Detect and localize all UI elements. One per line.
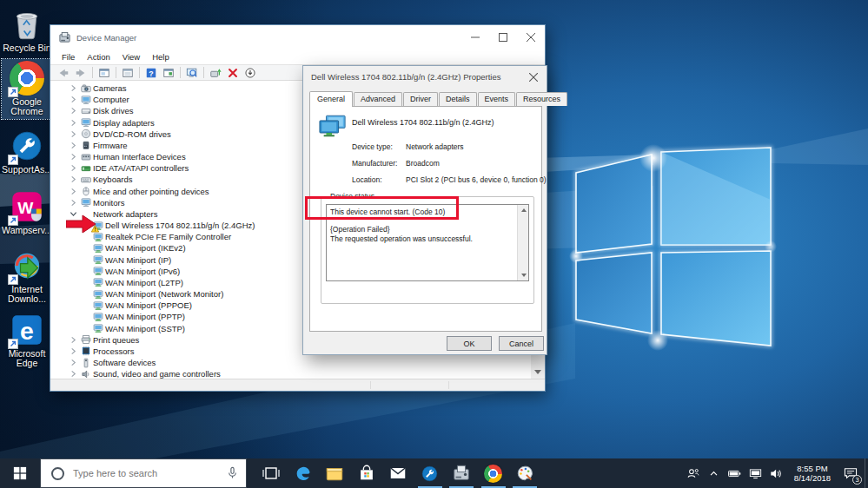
dvd-icon xyxy=(81,129,91,139)
desktop-icon-label: Internet Downlo... xyxy=(2,285,52,304)
tree-item-label: WAN Miniport (L2TP) xyxy=(50,278,183,287)
scan-hardware-changes-button[interactable] xyxy=(184,66,200,80)
chevron-right-icon[interactable] xyxy=(70,175,77,183)
tree-item-label: Keyboards xyxy=(50,175,132,184)
show-desktop-button[interactable] xyxy=(865,458,868,488)
status-bar xyxy=(50,379,545,391)
minimize-button[interactable] xyxy=(461,25,489,49)
idm-icon xyxy=(10,248,44,283)
dialog-close-icon[interactable] xyxy=(522,68,545,86)
window-title: Device Manager xyxy=(76,33,136,43)
scroll-down-arrow[interactable] xyxy=(531,365,545,379)
tree-item[interactable]: Sound, video and game controllers xyxy=(50,368,531,379)
monitor-icon xyxy=(81,197,91,208)
tab-advanced[interactable]: Advanced xyxy=(354,92,402,106)
tab-general[interactable]: General xyxy=(309,91,353,107)
console-tree-button[interactable] xyxy=(96,66,112,80)
desktop-icon-recycle-bin[interactable]: Recycle Bin xyxy=(2,5,52,56)
tab-resources[interactable]: Resources xyxy=(516,92,567,106)
netadapter-icon xyxy=(93,312,103,322)
desktop-icon-supportassist[interactable]: SupportAs... xyxy=(2,127,52,177)
netadapter-icon xyxy=(93,277,103,287)
tree-item-label: WAN Miniport (PPTP) xyxy=(50,312,185,321)
chevron-right-icon[interactable] xyxy=(70,359,77,366)
taskbar-app-chrome[interactable] xyxy=(478,458,510,488)
maximize-button[interactable] xyxy=(489,25,517,49)
taskbar-app-store[interactable] xyxy=(351,458,383,488)
taskbar-app-supportassist[interactable] xyxy=(414,458,447,488)
microphone-icon[interactable] xyxy=(226,466,239,480)
chevron-right-icon[interactable] xyxy=(70,96,77,103)
cancel-button[interactable]: Cancel xyxy=(499,336,544,351)
taskbar-clock[interactable]: 8:55 PM 8/14/2018 xyxy=(790,464,835,484)
tab-driver[interactable]: Driver xyxy=(403,92,438,106)
export-list-button[interactable] xyxy=(120,66,136,80)
status-scrollbar[interactable] xyxy=(517,205,528,280)
system-tray: 8:55 PM 8/14/2018 3 xyxy=(682,458,868,488)
display-icon xyxy=(81,117,91,128)
tray-volume-icon[interactable] xyxy=(767,458,785,488)
device-manager-titlebar[interactable]: Device Manager xyxy=(50,25,545,49)
chevron-right-icon[interactable] xyxy=(70,164,77,172)
tab-events[interactable]: Events xyxy=(478,92,516,106)
chevron-right-icon[interactable] xyxy=(70,107,77,115)
taskbar-app-file-explorer[interactable] xyxy=(319,458,351,488)
chevron-right-icon[interactable] xyxy=(70,119,77,127)
mouse-icon xyxy=(81,186,91,196)
disable-device-button[interactable] xyxy=(242,66,258,80)
menu-file[interactable]: File xyxy=(56,51,81,63)
chevron-right-icon[interactable] xyxy=(70,142,77,149)
ok-button[interactable]: OK xyxy=(447,336,492,351)
desktop-icon-label: Recycle Bin xyxy=(2,43,52,53)
tree-item-label: Software devices xyxy=(50,358,156,367)
shortcut-arrow-icon xyxy=(8,215,18,226)
taskbar-app-edge[interactable] xyxy=(288,458,320,488)
taskbar-app-paint-3d[interactable] xyxy=(509,458,541,488)
tray-chevron-up-icon[interactable] xyxy=(705,458,723,488)
taskbar-app-mail[interactable] xyxy=(382,458,414,488)
help-button[interactable]: ? xyxy=(143,66,159,80)
tab-details[interactable]: Details xyxy=(439,92,477,106)
dialog-titlebar[interactable]: Dell Wireless 1704 802.11b/g/n (2.4GHz) … xyxy=(303,66,547,88)
chevron-right-icon[interactable] xyxy=(70,199,77,207)
forward-button[interactable] xyxy=(73,66,89,80)
network-adapter-icon xyxy=(319,115,347,138)
taskbar-search[interactable] xyxy=(40,458,247,488)
chevron-right-icon[interactable] xyxy=(70,336,77,344)
tray-battery-icon[interactable] xyxy=(726,458,744,488)
scroll-down-arrow[interactable] xyxy=(518,270,529,280)
close-button[interactable] xyxy=(517,25,545,49)
printer-icon xyxy=(81,334,91,345)
desktop-icon-wampserver[interactable]: WWampserv... xyxy=(2,188,52,238)
action-center-icon[interactable]: 3 xyxy=(838,458,863,488)
chevron-right-icon[interactable] xyxy=(70,188,77,195)
search-input[interactable] xyxy=(73,468,212,478)
update-driver-button[interactable] xyxy=(208,66,223,80)
uninstall-device-button[interactable] xyxy=(225,66,241,80)
chevron-right-icon[interactable] xyxy=(70,370,77,378)
tree-item-label: WAN Miniport (IPv6) xyxy=(50,267,180,276)
tray-people-icon[interactable] xyxy=(684,458,702,488)
menu-view[interactable]: View xyxy=(116,51,146,63)
taskbar-app-device-manager[interactable] xyxy=(446,458,478,488)
property-field: Manufacturer:Broadcom xyxy=(352,159,538,169)
menu-help[interactable]: Help xyxy=(146,51,176,63)
chevron-right-icon[interactable] xyxy=(70,153,77,161)
desktop-icon-chrome[interactable]: Google Chrome xyxy=(2,59,52,119)
taskbar-app-task-view[interactable] xyxy=(255,458,288,488)
properties-button[interactable] xyxy=(161,66,176,80)
tree-item[interactable]: Software devices xyxy=(50,357,531,368)
chevron-right-icon[interactable] xyxy=(70,84,77,92)
chevron-right-icon[interactable] xyxy=(70,347,77,355)
tray-network-icon[interactable] xyxy=(746,458,765,488)
back-button[interactable] xyxy=(56,66,71,80)
desktop-icon-idm[interactable]: Internet Downlo... xyxy=(2,247,52,307)
desktop-screen: Recycle BinGoogle ChromeSupportAs...WWam… xyxy=(0,0,868,488)
menu-action[interactable]: Action xyxy=(81,51,116,63)
start-button[interactable] xyxy=(0,458,40,488)
device-status-line: {Operation Failed} xyxy=(330,225,514,234)
scroll-up-arrow[interactable] xyxy=(518,205,529,215)
desktop-icon-edge[interactable]: eMicrosoft Edge xyxy=(2,311,52,371)
chevron-right-icon[interactable] xyxy=(70,130,77,138)
wampserver-icon: W xyxy=(10,189,44,224)
